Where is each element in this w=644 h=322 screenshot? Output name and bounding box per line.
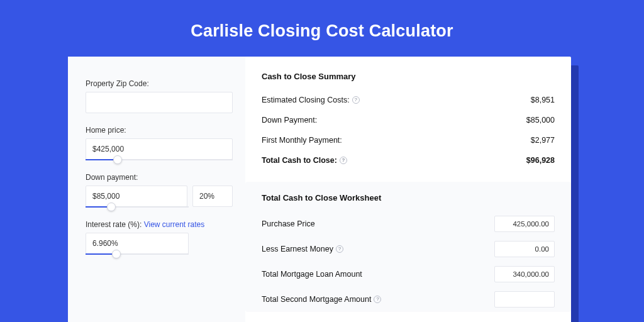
summary-row: First Monthly Payment:$2,977 (262, 130, 555, 150)
home-price-slider[interactable] (86, 159, 233, 160)
home-price-input[interactable] (86, 138, 233, 160)
worksheet-row: Total Second Mortgage Amount? (262, 287, 555, 312)
summary-row-value: $85,000 (526, 116, 555, 125)
page-title: Carlisle Closing Cost Calculator (0, 0, 644, 56)
worksheet-title: Total Cash to Close Worksheet (262, 193, 555, 203)
zip-input[interactable] (86, 92, 233, 113)
summary-row: Total Cash to Close:?$96,928 (262, 150, 555, 170)
down-payment-label: Down payment: (86, 173, 233, 182)
worksheet-row-label: Total Mortgage Loan Amount (262, 270, 362, 279)
home-price-field: Home price: (86, 126, 233, 160)
home-price-label: Home price: (86, 126, 233, 135)
worksheet-row-label: Purchase Price (262, 219, 315, 228)
slider-thumb[interactable] (107, 203, 116, 211)
summary-row-label: Down Payment: (262, 116, 317, 125)
zip-field: Property Zip Code: (86, 79, 233, 113)
down-payment-input[interactable] (86, 186, 187, 207)
worksheet-value-input[interactable] (494, 266, 555, 282)
worksheet-value-input[interactable] (494, 241, 555, 257)
inputs-panel: Property Zip Code: Home price: Down paym… (68, 57, 245, 322)
interest-rate-field: Interest rate (%): View current rates (86, 220, 233, 255)
worksheet-section: Total Cash to Close Worksheet Purchase P… (245, 182, 571, 312)
calculator-card: Property Zip Code: Home price: Down paym… (68, 57, 571, 322)
help-icon[interactable]: ? (374, 296, 381, 303)
help-icon[interactable]: ? (352, 96, 360, 104)
interest-rate-label-text: Interest rate (%): (86, 220, 144, 229)
results-panel: Cash to Close Summary Estimated Closing … (245, 57, 571, 322)
summary-row: Estimated Closing Costs:?$8,951 (262, 90, 555, 110)
summary-row: Down Payment:$85,000 (262, 110, 555, 130)
down-payment-slider[interactable] (86, 206, 189, 208)
view-rates-link[interactable]: View current rates (144, 220, 205, 229)
interest-rate-input[interactable] (86, 233, 189, 254)
slider-thumb[interactable] (113, 155, 122, 164)
summary-row-value: $96,928 (526, 156, 555, 165)
worksheet-row: Purchase Price (262, 211, 555, 236)
worksheet-row-label: Total Second Mortgage Amount (262, 295, 371, 304)
summary-row-label: Total Cash to Close: (262, 156, 337, 165)
worksheet-row: Total Mortgage Loan Amount (262, 262, 555, 287)
summary-title: Cash to Close Summary (262, 72, 555, 81)
summary-row-value: $8,951 (531, 96, 555, 104)
worksheet-value-input[interactable] (494, 216, 555, 232)
down-payment-field: Down payment: (86, 173, 233, 208)
interest-rate-label: Interest rate (%): View current rates (86, 220, 233, 229)
worksheet-value-input[interactable] (494, 291, 555, 308)
down-payment-pct-input[interactable] (192, 186, 233, 207)
interest-rate-slider[interactable] (86, 253, 189, 255)
worksheet-row: Less Earnest Money? (262, 236, 555, 262)
summary-row-label: First Monthly Payment: (262, 136, 342, 145)
summary-row-value: $2,977 (531, 136, 555, 145)
help-icon[interactable]: ? (336, 245, 343, 253)
summary-row-label: Estimated Closing Costs: (262, 96, 350, 104)
zip-label: Property Zip Code: (86, 79, 233, 88)
slider-thumb[interactable] (112, 250, 121, 258)
worksheet-row-label: Less Earnest Money (262, 245, 333, 253)
help-icon[interactable]: ? (340, 157, 347, 164)
